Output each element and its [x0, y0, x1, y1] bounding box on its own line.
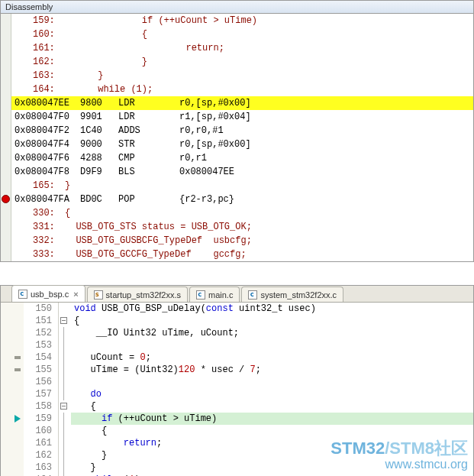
disasm-source-line[interactable]: 164: while (1); — [11, 83, 473, 96]
fold-line — [63, 376, 64, 388]
fold-line — [63, 425, 64, 437]
line-number: 151 — [24, 315, 52, 327]
pane-gap — [0, 262, 474, 285]
breakpoint-gutter[interactable] — [1, 303, 13, 476]
file-icon — [248, 290, 257, 300]
disasm-source-line[interactable]: 330:{ — [11, 206, 473, 220]
disassembly-gutter[interactable] — [1, 14, 11, 261]
disasm-asm-line[interactable]: 0x080047FABD0CPOP{r2-r3,pc} — [11, 193, 473, 206]
line-number: 163 — [24, 461, 52, 474]
fold-line — [63, 413, 64, 425]
source-code-area[interactable]: void USB_OTG_BSP_uDelay(const uint32_t u… — [71, 303, 473, 476]
disassembly-title: Disassembly — [1, 1, 473, 14]
fold-gutter[interactable] — [59, 303, 71, 476]
tab-label: main.c — [208, 290, 233, 300]
line-number: 156 — [24, 376, 52, 388]
disasm-asm-line[interactable]: 0x080047EE9800LDRr0,[sp,#0x00] — [11, 96, 473, 110]
editor-body: 1501511521531541551561571581591601611621… — [1, 303, 473, 476]
code-line[interactable]: if (++uCount > uTime) — [71, 413, 473, 425]
code-line[interactable]: uTime = (Uint32)120 * usec / 7; — [71, 364, 473, 376]
tab-main-c[interactable]: main.c — [189, 287, 240, 302]
disasm-source-line[interactable]: 163: } — [11, 69, 473, 83]
bookmark-marker — [15, 368, 21, 371]
fold-line — [63, 449, 64, 461]
disasm-asm-line[interactable]: 0x080047F09901LDRr1,[sp,#0x04] — [11, 110, 473, 124]
code-line[interactable]: void USB_OTG_BSP_uDelay(const uint32_t u… — [71, 303, 473, 315]
file-icon — [196, 290, 205, 300]
fold-line — [63, 388, 64, 400]
fold-line — [63, 364, 64, 376]
line-number: 155 — [24, 364, 52, 376]
tab-label: usb_bsp.c — [31, 290, 69, 299]
code-line[interactable]: __IO Uint32 uTime, uCount; — [71, 327, 473, 339]
disasm-source-line[interactable]: 331: USB_OTG_STS status = USB_OTG_OK; — [11, 220, 473, 234]
code-line[interactable]: { — [71, 315, 473, 327]
disasm-source-line[interactable]: 162: } — [11, 55, 473, 69]
editor-pane: usb_bsp.c×startup_stm32f2xx.smain.csyste… — [0, 285, 474, 476]
disasm-source-line[interactable]: 165:} — [11, 179, 473, 193]
disasm-asm-line[interactable]: 0x080047F64288CMPr0,r1 — [11, 151, 473, 165]
tab-system_stm32f2xx-c[interactable]: system_stm32f2xx.c — [241, 287, 343, 302]
disasm-source-line[interactable]: 333: USB_OTG_GCCFG_TypeDef gccfg; — [11, 248, 473, 261]
code-line[interactable]: do — [71, 388, 473, 400]
code-line[interactable] — [71, 339, 473, 351]
code-line[interactable]: { — [71, 425, 473, 437]
file-icon — [18, 290, 27, 299]
line-number: 161 — [24, 437, 52, 449]
disassembly-lines[interactable]: 159: if (++uCount > uTime)160: {161: ret… — [11, 14, 473, 261]
line-number: 154 — [24, 351, 52, 364]
disassembly-pane: Disassembly 159: if (++uCount > uTime)16… — [0, 0, 474, 262]
disasm-source-line[interactable]: 161: return; — [11, 41, 473, 55]
code-line[interactable]: uCount = 0; — [71, 351, 473, 364]
tab-label: startup_stm32f2xx.s — [106, 290, 181, 300]
line-number: 152 — [24, 327, 52, 339]
disasm-asm-line[interactable]: 0x080047F8D9F9BLS0x080047EE — [11, 165, 473, 179]
code-line[interactable]: { — [71, 400, 473, 413]
current-line-indicator — [15, 415, 21, 423]
disasm-source-line[interactable]: 159: if (++uCount > uTime) — [11, 14, 473, 28]
line-number: 158 — [24, 400, 52, 413]
code-line[interactable]: } — [71, 461, 473, 474]
marker-gutter[interactable] — [13, 303, 24, 476]
line-number: 160 — [24, 425, 52, 437]
fold-line — [63, 351, 64, 364]
code-line[interactable] — [71, 376, 473, 388]
fold-line — [63, 437, 64, 449]
file-icon — [94, 290, 103, 300]
tab-startup_stm32f2xx-s[interactable]: startup_stm32f2xx.s — [87, 287, 188, 302]
fold-toggle[interactable] — [60, 403, 67, 410]
line-number: 157 — [24, 388, 52, 400]
tab-label: system_stm32f2xx.c — [260, 290, 337, 300]
breakpoint-dot[interactable] — [2, 195, 10, 203]
disasm-asm-line[interactable]: 0x080047F21C40ADDSr0,r0,#1 — [11, 124, 473, 138]
bookmark-marker — [15, 356, 21, 359]
disassembly-body: 159: if (++uCount > uTime)160: {161: ret… — [1, 14, 473, 261]
line-number: 150 — [24, 303, 52, 315]
tab-bar: usb_bsp.c×startup_stm32f2xx.smain.csyste… — [1, 286, 473, 303]
tab-usb_bsp-c[interactable]: usb_bsp.c× — [11, 285, 85, 302]
line-number: 162 — [24, 449, 52, 461]
fold-line — [63, 339, 64, 351]
close-icon[interactable]: × — [73, 290, 78, 299]
line-number: 153 — [24, 339, 52, 351]
fold-line — [63, 461, 64, 474]
disasm-source-line[interactable]: 332: USB_OTG_GUSBCFG_TypeDef usbcfg; — [11, 234, 473, 248]
code-line[interactable]: return; — [71, 437, 473, 449]
disasm-asm-line[interactable]: 0x080047F49000STRr0,[sp,#0x00] — [11, 138, 473, 151]
code-line[interactable]: } — [71, 449, 473, 461]
line-number-gutter: 1501511521531541551561571581591601611621… — [24, 303, 59, 476]
fold-line — [63, 327, 64, 339]
line-number: 159 — [24, 413, 52, 425]
disasm-source-line[interactable]: 160: { — [11, 28, 473, 41]
fold-toggle[interactable] — [60, 317, 67, 324]
